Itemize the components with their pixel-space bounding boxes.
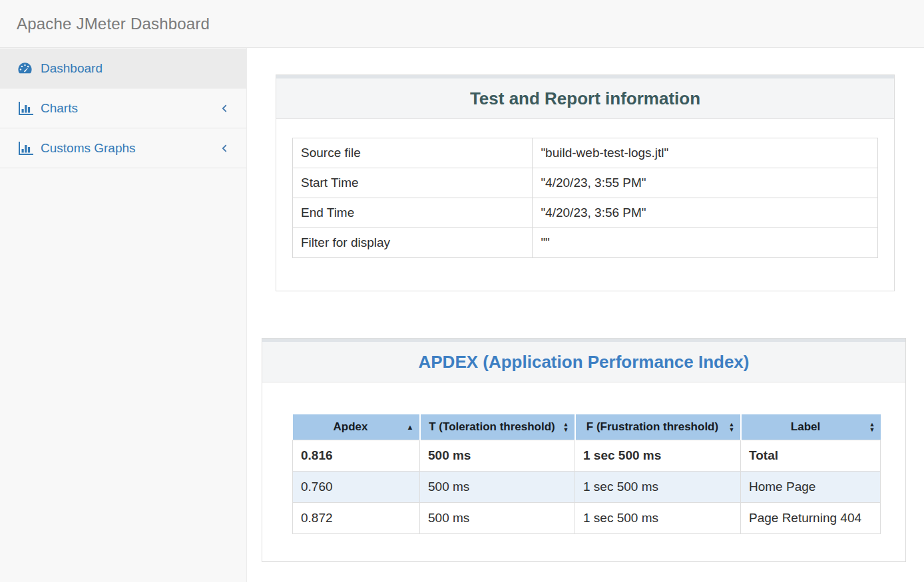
info-value: "4/20/23, 3:56 PM" [533, 198, 878, 228]
sidebar-item-customs-graphs[interactable]: Customs Graphs [0, 128, 246, 168]
column-label: T (Toleration threshold) [429, 420, 555, 433]
column-label: F (Frustration threshold) [586, 420, 718, 433]
sidebar-item-label: Customs Graphs [41, 141, 220, 156]
column-label: Apdex [334, 420, 368, 433]
main-content: Test and Report information Source file … [246, 48, 924, 582]
sort-icon[interactable]: ▲ ▼ [729, 422, 735, 432]
app-title: Apache JMeter Dashboard [17, 15, 210, 33]
column-header-toleration[interactable]: T (Toleration threshold) ▲ ▼ [420, 414, 575, 440]
apdex-value: 0.760 [293, 471, 420, 502]
info-label: Source file [293, 138, 533, 168]
apdex-table-container: Apdex ▲ T (Toleration threshold) ▲ ▼ [262, 382, 905, 534]
panel-heading: Test and Report information [276, 75, 894, 119]
sort-icon[interactable]: ▲ ▼ [563, 422, 569, 432]
panel-title-apdex: APDEX (Application Performance Index) [419, 352, 750, 372]
frustration-value: 1 sec 500 ms [575, 471, 741, 502]
app-header: Apache JMeter Dashboard [0, 0, 924, 48]
info-value: "4/20/23, 3:55 PM" [533, 168, 878, 198]
info-label: Filter for display [293, 228, 533, 258]
panel-title-test-report-info: Test and Report information [470, 88, 700, 109]
test-info-table-container: Source file "build-web-test-logs.jtl" St… [276, 119, 894, 258]
panel-apdex: APDEX (Application Performance Index) Ap… [262, 338, 906, 562]
chevron-left-icon [220, 104, 229, 113]
apdex-value: 0.872 [293, 502, 420, 533]
apdex-value: 0.816 [293, 440, 420, 471]
sidebar-item-label: Charts [41, 101, 220, 116]
table-row: Filter for display "" [293, 228, 878, 258]
bar-chart-icon [17, 141, 35, 156]
info-value: "" [533, 228, 878, 258]
apdex-table: Apdex ▲ T (Toleration threshold) ▲ ▼ [292, 414, 881, 534]
column-header-label[interactable]: Label ▲ ▼ [741, 414, 881, 440]
panel-test-report-info: Test and Report information Source file … [276, 74, 895, 291]
frustration-value: 1 sec 500 ms [575, 502, 741, 533]
sort-ascending-icon[interactable]: ▲ [407, 423, 414, 430]
sidebar-item-label: Dashboard [41, 61, 230, 76]
sidebar-item-dashboard[interactable]: Dashboard [0, 49, 246, 88]
toleration-value: 500 ms [420, 502, 575, 533]
sidebar: Dashboard Charts Customs [0, 49, 246, 582]
chevron-left-icon [220, 144, 229, 153]
table-row: 0.872 500 ms 1 sec 500 ms Page Returning… [293, 502, 881, 533]
triangle-down-icon: ▼ [563, 427, 569, 432]
sidebar-item-charts[interactable]: Charts [0, 88, 246, 128]
toleration-value: 500 ms [420, 471, 575, 502]
test-info-table: Source file "build-web-test-logs.jtl" St… [292, 138, 878, 258]
table-row: Start Time "4/20/23, 3:55 PM" [293, 168, 878, 198]
triangle-up-icon: ▲ [407, 423, 414, 430]
info-label: Start Time [293, 168, 533, 198]
table-row: 0.760 500 ms 1 sec 500 ms Home Page [293, 471, 881, 502]
tachometer-icon [17, 61, 35, 76]
triangle-down-icon: ▼ [729, 427, 735, 432]
label-value: Total [741, 440, 881, 471]
column-label: Label [791, 420, 820, 433]
apdex-header-row: Apdex ▲ T (Toleration threshold) ▲ ▼ [293, 414, 881, 440]
column-header-apdex[interactable]: Apdex ▲ [293, 414, 420, 440]
label-value: Home Page [741, 471, 881, 502]
label-value: Page Returning 404 [741, 502, 881, 533]
triangle-down-icon: ▼ [869, 427, 875, 432]
bar-chart-icon [17, 101, 35, 116]
panel-heading: APDEX (Application Performance Index) [262, 339, 905, 382]
toleration-value: 500 ms [420, 440, 575, 471]
table-row: Source file "build-web-test-logs.jtl" [293, 138, 878, 168]
column-header-frustration[interactable]: F (Frustration threshold) ▲ ▼ [575, 414, 741, 440]
frustration-value: 1 sec 500 ms [575, 440, 741, 471]
sort-icon[interactable]: ▲ ▼ [869, 422, 875, 432]
table-row: End Time "4/20/23, 3:56 PM" [293, 198, 878, 228]
info-value: "build-web-test-logs.jtl" [533, 138, 878, 168]
table-row: 0.816 500 ms 1 sec 500 ms Total [293, 440, 881, 471]
info-label: End Time [293, 198, 533, 228]
